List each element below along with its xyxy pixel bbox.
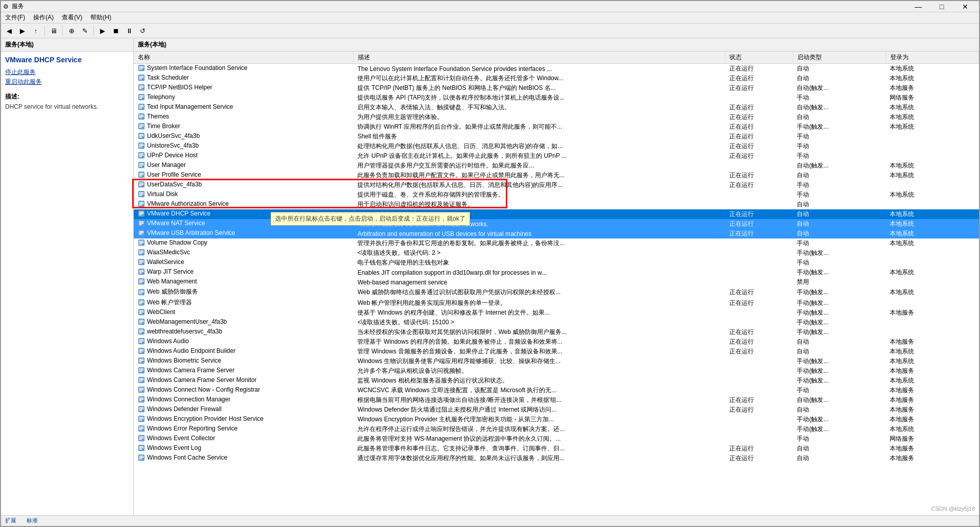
table-row[interactable]: Windows Camera Frame Server Monitor监视 Wi… — [134, 376, 979, 386]
table-row[interactable]: VMware DHCP ServiceDHCP service for virt… — [134, 209, 979, 219]
svg-rect-153 — [139, 437, 144, 438]
table-row[interactable]: Windows Error Reporting Service允许在程序停止运行… — [134, 424, 979, 434]
table-row[interactable]: Web ManagementWeb-based management servi… — [134, 277, 979, 287]
service-desc-cell: 用于启动和访问虚拟机的授权及验证服务。 — [353, 200, 725, 209]
minimize-button[interactable]: — — [906, 1, 930, 12]
table-row[interactable]: WebManagementUser_4fa3b<读取描述失败。错误代码: 151… — [134, 318, 979, 327]
table-row[interactable]: User Profile Service此服务负责加载和卸载用户配置文件。如果已… — [134, 171, 979, 180]
menu-help[interactable]: 帮助(H) — [86, 12, 115, 23]
table-row[interactable]: Windows Camera Frame Server允许多个客户端从相机设备访… — [134, 366, 979, 376]
service-desc-cell: 电子钱包客户端使用的主钱包对象 — [353, 258, 725, 268]
svg-rect-129 — [139, 378, 144, 379]
toolbar-forward[interactable]: ▶ — [16, 25, 29, 37]
svg-rect-113 — [139, 340, 144, 341]
toolbar-stop[interactable]: ⏹ — [110, 25, 122, 37]
description-text: DHCP service for virtual networks. — [5, 103, 129, 110]
toolbar-start[interactable]: ▶ — [96, 25, 109, 37]
table-row[interactable]: webthreatdefusersvc_4fa3b当未经授权的实体企图获取对其凭… — [134, 327, 979, 337]
svg-rect-37 — [139, 154, 144, 155]
table-row[interactable]: System Interface Foundation ServiceThe L… — [134, 64, 979, 74]
table-row[interactable]: UserDataSvc_4fa3b提供对结构化用户数据(包括联系人信息、日历、消… — [134, 180, 979, 190]
table-row[interactable]: Windows Audio管理基于 Windows 的程序的音频。如果此服务被停… — [134, 337, 979, 347]
toolbar-back[interactable]: ◀ — [3, 25, 15, 37]
table-row[interactable]: Windows Connection Manager根据电脑当前可用的网络连接选… — [134, 395, 979, 405]
svg-rect-90 — [139, 281, 144, 282]
table-row[interactable]: Windows Font Cache Service通过缓存常用字体数据优化应用… — [134, 453, 979, 463]
right-panel-header: 服务(本地) — [134, 38, 979, 52]
table-row[interactable]: Text Input Management Service启用文本输入、表情输入… — [134, 103, 979, 112]
service-desc-cell: 此服务将管理事件和事件日志。它支持记录事件、查询事件、订阅事件、归... — [353, 444, 725, 453]
stop-service-link[interactable]: 停止此服务 — [5, 68, 129, 77]
toolbar-restart[interactable]: ↺ — [136, 25, 149, 37]
maximize-button[interactable]: □ — [930, 1, 953, 12]
table-row[interactable]: Task Scheduler使用户可以在此计算机上配置和计划自动任务。此服务还托… — [134, 74, 979, 83]
table-row[interactable]: Windows Defender FirewallWindows Defende… — [134, 405, 979, 415]
table-row[interactable]: Volume Shadow Copy管理并执行用于备份和其它用途的卷影复制。如果… — [134, 238, 979, 248]
svg-rect-9 — [139, 86, 144, 87]
table-row[interactable]: Web 威胁防御服务Web 威胁防御终结点服务通过识别试图获取用户凭据访问权限的… — [134, 287, 979, 298]
service-desc-cell: 允许多个客户端从相机设备访问视频帧。 — [353, 366, 725, 376]
toolbar-up[interactable]: ↑ — [30, 25, 42, 37]
service-status-cell: 正在运行 — [725, 405, 793, 415]
table-row[interactable]: VMware Authorization Service用于启动和访问虚拟机的授… — [134, 200, 979, 209]
svg-rect-143 — [139, 410, 142, 411]
table-row[interactable]: User Manager用户管理器提供多用户交互所需要的运行时组件。如果此服务应… — [134, 161, 979, 171]
window-title: 服务 — [12, 2, 24, 11]
svg-rect-95 — [139, 293, 142, 294]
toolbar-console[interactable]: 🖥 — [47, 25, 60, 37]
svg-rect-55 — [139, 195, 142, 196]
table-row[interactable]: Time Broker协调执行 WinRT 应用程序的后台作业。如果停止或禁用此… — [134, 122, 979, 132]
table-row[interactable]: Windows Audio Endpoint Builder管理 Windows… — [134, 347, 979, 356]
toolbar-new[interactable]: ⊕ — [65, 25, 78, 37]
svg-rect-150 — [139, 428, 144, 429]
table-row[interactable]: WebClient使基于 Windows 的程序创建、访问和修改基于 Inter… — [134, 308, 979, 318]
menu-file[interactable]: 文件(F) — [1, 12, 29, 23]
service-startup-cell: 手动(触发... — [793, 248, 886, 258]
table-row[interactable]: Telephony提供电话服务 API (TAPI)支持，以便各程序控制本地计算… — [134, 93, 979, 103]
table-row[interactable]: VMware USB Arbitration ServiceArbitratio… — [134, 229, 979, 238]
svg-rect-125 — [139, 369, 144, 370]
svg-rect-117 — [139, 349, 144, 350]
table-row[interactable]: TCP/IP NetBIOS Helper提供 TCP/IP (NetBT) 服… — [134, 83, 979, 93]
svg-rect-74 — [139, 242, 144, 243]
services-list: 名称 描述 状态 启动类型 登录为 System Interface Found… — [134, 52, 979, 463]
service-startup-cell: 手动 — [793, 258, 886, 268]
svg-rect-101 — [139, 310, 144, 312]
svg-rect-109 — [139, 330, 144, 331]
col-header-desc[interactable]: 描述 — [353, 52, 725, 64]
svg-rect-119 — [139, 352, 142, 353]
table-row[interactable]: Warp JIT ServiceEnables JIT compilation … — [134, 268, 979, 277]
table-row[interactable]: Web 帐户管理器Web 帐户管理利用此服务实现应用和服务的单一登录。正在运行手… — [134, 298, 979, 308]
table-row[interactable]: Windows Encryption Provider Host Service… — [134, 415, 979, 424]
table-row[interactable]: UPnP Device Host允许 UPnP 设备宿主在此计算机上。如果停止此… — [134, 151, 979, 161]
toolbar-props[interactable]: ✎ — [79, 25, 91, 37]
table-row[interactable]: WaaSMedicSvc<读取描述失败。错误代码: 2 >手动(触发... — [134, 248, 979, 258]
table-row[interactable]: Windows Event Log此服务将管理事件和事件日志。它支持记录事件、查… — [134, 444, 979, 453]
table-row[interactable]: UnistoreSvc_4fa3b处理结构化用户数据(包括联系人信息、日历、消息… — [134, 141, 979, 151]
table-row[interactable]: Windows Connect Now - Config RegistrarWC… — [134, 386, 979, 395]
table-row[interactable]: VMware NAT ServiceNetwork address transl… — [134, 219, 979, 229]
services-table[interactable]: 名称 描述 状态 启动类型 登录为 System Interface Found… — [134, 52, 979, 515]
col-header-status[interactable]: 状态 — [725, 52, 793, 64]
close-button[interactable]: ✕ — [953, 1, 977, 12]
service-name-cell: Windows Audio Endpoint Builder — [134, 347, 353, 356]
col-header-startup[interactable]: 启动类型 — [793, 52, 886, 64]
service-login-cell: 本地服务 — [886, 405, 978, 415]
status-standard[interactable]: 标准 — [27, 517, 38, 524]
toolbar-pause[interactable]: ⏸ — [123, 25, 135, 37]
table-row[interactable]: Windows Biometric ServiceWindows 生物识别服务使… — [134, 356, 979, 366]
col-header-login[interactable]: 登录为 — [886, 52, 978, 64]
menu-action[interactable]: 操作(A) — [29, 12, 58, 23]
table-row[interactable]: Windows Event Collector此服务将管理对支持 WS-Mana… — [134, 434, 979, 444]
svg-rect-78 — [139, 252, 144, 253]
table-row[interactable]: Themes为用户提供用主题管理的体验。正在运行自动本地系统 — [134, 112, 979, 122]
table-row[interactable]: WalletService电子钱包客户端使用的主钱包对象手动 — [134, 258, 979, 268]
svg-rect-33 — [139, 144, 144, 145]
svg-rect-158 — [139, 447, 144, 448]
status-expand[interactable]: 扩展 — [5, 517, 16, 524]
col-header-name[interactable]: 名称 — [134, 52, 353, 64]
menu-view[interactable]: 查看(V) — [58, 12, 86, 23]
restart-service-link[interactable]: 重启动此服务 — [5, 78, 129, 86]
table-row[interactable]: Virtual Disk提供用于磁盘、卷、文件系统和存储阵列的管理服务。手动本地… — [134, 190, 979, 200]
table-row[interactable]: UdkUserSvc_4fa3bShell 组件服务正在运行手动 — [134, 132, 979, 141]
